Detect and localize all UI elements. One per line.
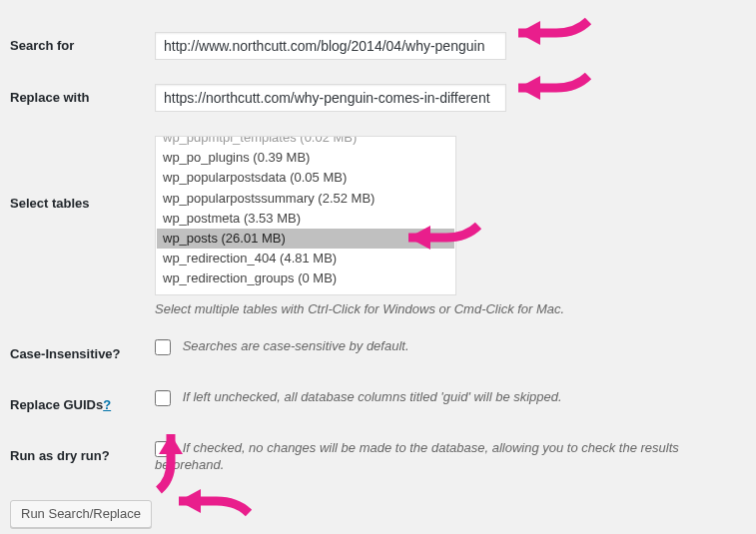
replace-with-label: Replace with xyxy=(10,72,155,124)
case-insensitive-checkbox[interactable] xyxy=(155,339,171,355)
dry-run-checkbox[interactable] xyxy=(155,441,171,457)
table-option[interactable]: wp_po_plugins (0.39 MB) xyxy=(157,148,454,168)
case-insensitive-label: Case-Insensitive? xyxy=(10,328,155,379)
table-option[interactable]: wp_pdpmtpl_templates (0.02 MB) xyxy=(157,136,454,148)
search-for-input[interactable] xyxy=(155,32,506,60)
select-tables-list[interactable]: wp_pdpmtpl_templates (0.02 MB)wp_po_plug… xyxy=(155,136,456,295)
table-option[interactable]: wp_posts (26.01 MB) xyxy=(157,229,454,249)
run-search-replace-button[interactable]: Run Search/Replace xyxy=(10,500,152,528)
replace-guids-label: Replace GUIDs? xyxy=(10,379,155,430)
select-tables-label: Select tables xyxy=(10,124,155,328)
replace-with-input[interactable] xyxy=(155,84,506,112)
table-option[interactable]: wp_popularpostsdata (0.05 MB) xyxy=(157,168,454,188)
table-option[interactable]: wp_redirection_404 (4.81 MB) xyxy=(157,249,454,268)
replace-guids-hint: If left unchecked, all database columns … xyxy=(183,389,562,404)
replace-guids-help-link[interactable]: ? xyxy=(103,397,111,412)
select-tables-hint: Select multiple tables with Ctrl-Click f… xyxy=(155,301,736,316)
table-option[interactable]: wp_redirection_groups (0 MB) xyxy=(157,268,454,288)
case-insensitive-hint: Searches are case-sensitive by default. xyxy=(183,338,409,353)
search-for-label: Search for xyxy=(10,20,155,72)
dry-run-label: Run as dry run? xyxy=(10,430,155,482)
dry-run-hint: If checked, no changes will be made to t… xyxy=(155,440,679,472)
replace-guids-checkbox[interactable] xyxy=(155,390,171,406)
table-option[interactable]: wp_postmeta (3.53 MB) xyxy=(157,209,454,229)
table-option[interactable]: wp_popularpostssummary (2.52 MB) xyxy=(157,189,454,209)
